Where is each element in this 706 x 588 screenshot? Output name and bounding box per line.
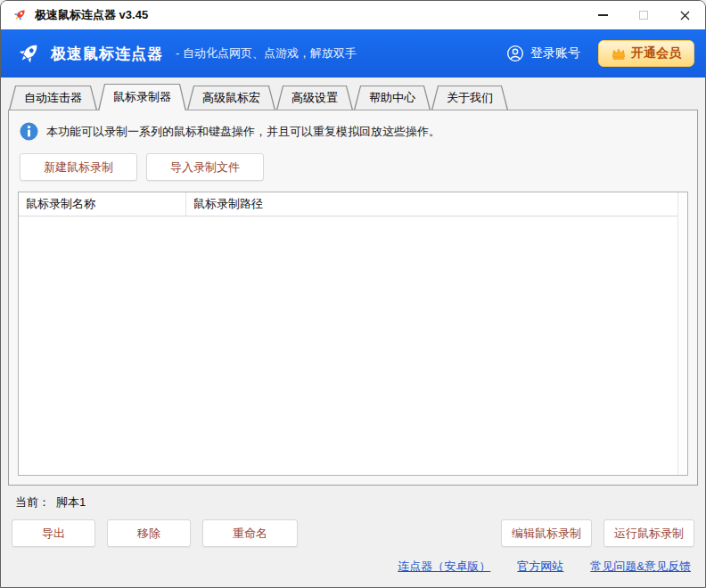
- crown-icon: [612, 47, 626, 61]
- new-recording-button[interactable]: 新建鼠标录制: [20, 153, 137, 181]
- export-button[interactable]: 导出: [12, 519, 95, 547]
- window-title: 极速鼠标连点器 v3.45: [35, 7, 148, 23]
- header-banner: 极速鼠标连点器 - 自动化点网页、点游戏，解放双手 登录账号 开通会员: [1, 29, 705, 78]
- recording-table-header: 鼠标录制名称 鼠标录制路径: [19, 192, 687, 216]
- tab-label: 帮助中心: [369, 90, 415, 106]
- remove-button[interactable]: 移除: [107, 519, 191, 547]
- tab-bar: 自动连击器 鼠标录制器 高级鼠标宏 高级设置 帮助中心 关于我们: [1, 78, 705, 110]
- info-row: 本功能可以录制一系列的鼠标和键盘操作，并且可以重复模拟回放这些操作。: [20, 122, 686, 141]
- login-button[interactable]: 登录账号: [506, 45, 580, 62]
- recorder-panel: 本功能可以录制一系列的鼠标和键盘操作，并且可以重复模拟回放这些操作。 新建鼠标录…: [8, 110, 698, 486]
- close-icon: [680, 11, 690, 20]
- tab-help-center[interactable]: 帮助中心: [354, 86, 431, 110]
- footer: 连点器（安卓版） 官方网站 常见问题&意见反馈: [1, 547, 705, 586]
- tab-label: 自动连击器: [24, 90, 82, 106]
- vip-button[interactable]: 开通会员: [598, 40, 694, 67]
- tab-label: 鼠标录制器: [113, 89, 171, 105]
- close-button[interactable]: [664, 1, 705, 29]
- vertical-scrollbar[interactable]: [677, 192, 687, 475]
- rename-button[interactable]: 重命名: [202, 519, 298, 547]
- action-row: 新建鼠标录制 导入录制文件: [20, 153, 686, 181]
- edit-recording-button[interactable]: 编辑鼠标录制: [501, 519, 592, 547]
- link-android-version[interactable]: 连点器（安卓版）: [398, 559, 490, 575]
- tab-label: 高级鼠标宏: [202, 90, 260, 106]
- spacer: [309, 519, 489, 547]
- banner-rocket-icon: [15, 40, 42, 67]
- login-label: 登录账号: [530, 45, 580, 61]
- run-recording-button[interactable]: 运行鼠标录制: [603, 519, 694, 547]
- window-controls: [582, 1, 705, 29]
- tab-label: 关于我们: [447, 90, 493, 106]
- maximize-icon: [639, 11, 648, 20]
- tab-about-us[interactable]: 关于我们: [431, 86, 508, 110]
- app-rocket-icon: [12, 7, 28, 23]
- info-icon: [20, 122, 38, 141]
- column-header-path: 鼠标录制路径: [186, 192, 677, 216]
- current-script-value: 脚本1: [56, 494, 86, 510]
- feature-description: 本功能可以录制一系列的鼠标和键盘操作，并且可以重复模拟回放这些操作。: [46, 124, 440, 140]
- maximize-button[interactable]: [623, 1, 664, 29]
- banner-tagline: - 自动化点网页、点游戏，解放双手: [176, 45, 357, 61]
- recording-table: 鼠标录制名称 鼠标录制路径: [18, 192, 688, 476]
- column-header-name: 鼠标录制名称: [19, 192, 186, 216]
- link-official-site[interactable]: 官方网站: [517, 559, 563, 575]
- minimize-icon: [598, 14, 608, 16]
- current-script-label: 当前：: [15, 494, 50, 510]
- vip-label: 开通会员: [631, 45, 681, 61]
- tab-advanced-settings[interactable]: 高级设置: [276, 86, 353, 110]
- tab-auto-clicker[interactable]: 自动连击器: [9, 86, 97, 110]
- tab-mouse-recorder[interactable]: 鼠标录制器: [98, 84, 186, 110]
- bottom-button-row: 导出 移除 重命名 编辑鼠标录制 运行鼠标录制: [12, 519, 694, 547]
- import-file-button[interactable]: 导入录制文件: [146, 153, 264, 181]
- tab-advanced-macro[interactable]: 高级鼠标宏: [187, 86, 275, 110]
- app-window: { "window": { "title": "极速鼠标连点器 v3.45" }…: [0, 0, 706, 588]
- link-faq-feedback[interactable]: 常见问题&意见反馈: [590, 559, 691, 575]
- user-icon: [506, 45, 524, 62]
- recording-table-body[interactable]: [19, 216, 687, 475]
- banner-app-name: 极速鼠标连点器: [51, 44, 163, 64]
- titlebar: 极速鼠标连点器 v3.45: [1, 1, 705, 29]
- current-script-row: 当前： 脚本1: [15, 494, 691, 510]
- tab-label: 高级设置: [291, 90, 338, 106]
- minimize-button[interactable]: [582, 1, 623, 29]
